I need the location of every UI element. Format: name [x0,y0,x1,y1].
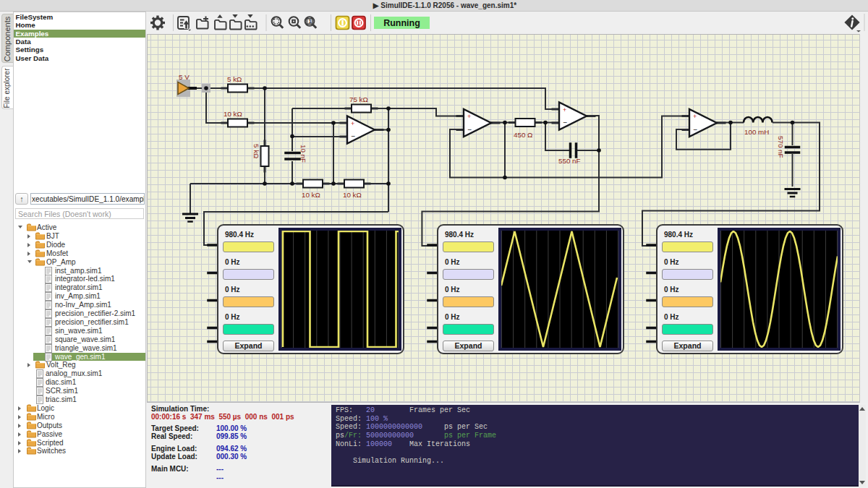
svg-text:−: − [563,119,568,127]
svg-text:570 nF: 570 nF [777,136,785,158]
svg-text:5 V: 5 V [179,73,190,81]
svg-text:10 nF: 10 nF [299,145,307,163]
svg-text:550 nF: 550 nF [558,157,581,165]
svg-text:75 kΩ: 75 kΩ [349,95,368,103]
svg-text:100 mH: 100 mH [744,128,769,136]
svg-text:5 kΩ: 5 kΩ [227,75,242,83]
svg-text:+: + [467,113,471,120]
svg-text:+: + [351,120,354,127]
svg-text:Running: Running [383,18,420,28]
svg-text:+: + [563,106,566,114]
svg-text:10 kΩ: 10 kΩ [343,191,362,199]
svg-text:5 kΩ: 5 kΩ [252,144,260,158]
svg-text:10 kΩ: 10 kΩ [224,110,242,118]
svg-text:450 Ω: 450 Ω [514,131,532,139]
svg-text:−: − [694,126,698,134]
svg-text:−: − [468,126,472,134]
svg-text:+: + [693,113,697,120]
svg-text:10 kΩ: 10 kΩ [302,191,320,199]
svg-text:−: − [352,132,356,140]
svg-text:1: 1 [309,18,312,25]
